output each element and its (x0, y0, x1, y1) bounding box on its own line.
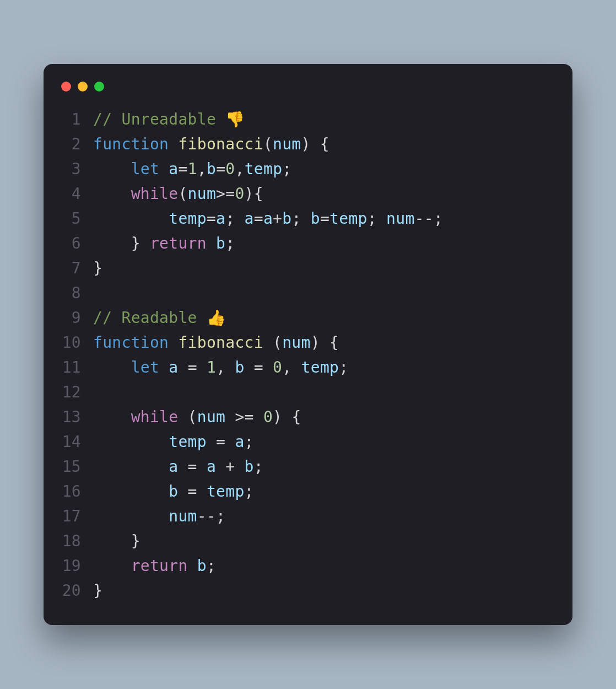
code-line: 16 b = temp; (61, 479, 555, 504)
code-token: = (178, 358, 206, 376)
maximize-icon[interactable] (94, 82, 104, 91)
code-token: num (386, 209, 414, 228)
code-token: ; (245, 433, 254, 451)
code-token: ( (178, 185, 187, 203)
code-token: 1 (188, 160, 197, 178)
code-line: 12 (61, 380, 555, 405)
code-token: fibonacci (178, 333, 263, 352)
line-content: function fibonacci(num) { (93, 132, 555, 157)
code-token: = (178, 482, 206, 500)
line-number: 7 (61, 256, 93, 281)
code-token: = (207, 433, 235, 451)
code-token (93, 507, 169, 525)
code-token: a (169, 457, 178, 476)
code-token: a (245, 209, 254, 228)
line-number: 17 (61, 504, 93, 529)
code-line: 11 let a = 1, b = 0, temp; (61, 355, 555, 380)
line-content: function fibonacci (num) { (93, 330, 555, 355)
code-token: temp (245, 160, 283, 178)
code-token (169, 135, 178, 153)
code-token: , (216, 358, 235, 376)
line-content: while (num >= 0) { (93, 405, 555, 429)
code-token (93, 408, 131, 426)
code-token: a (169, 358, 178, 376)
line-number: 3 (61, 157, 93, 181)
code-line: 6 } return b; (61, 231, 555, 256)
code-token: fibonacci (178, 135, 263, 153)
line-number: 16 (61, 479, 93, 504)
code-token: num (273, 135, 301, 153)
code-line: 9// Readable 👍 (61, 305, 555, 330)
code-token: b (245, 457, 254, 476)
code-token (188, 557, 197, 575)
code-token: = (178, 457, 206, 476)
code-token: a (235, 433, 244, 451)
code-line: 8 (61, 281, 555, 305)
code-token: --; (197, 507, 225, 525)
code-token: ; (339, 358, 348, 376)
code-token: } (93, 234, 150, 252)
line-content: } return b; (93, 231, 555, 256)
line-number: 11 (61, 355, 93, 380)
code-line: 19 return b; (61, 553, 555, 578)
code-token: } (93, 582, 102, 600)
code-token: num (197, 408, 225, 426)
code-token: temp (169, 433, 207, 451)
code-line: 14 temp = a; (61, 429, 555, 454)
close-icon[interactable] (61, 82, 71, 91)
code-token: while (131, 408, 179, 426)
code-token (93, 482, 169, 500)
code-token: ) { (273, 408, 301, 426)
code-token: + (273, 209, 282, 228)
line-content: temp = a; (93, 429, 555, 454)
code-token: return (131, 557, 188, 575)
line-content: temp=a; a=a+b; b=temp; num--; (93, 206, 555, 231)
line-content: // Unreadable 👎 (93, 107, 555, 132)
minimize-icon[interactable] (78, 82, 88, 91)
code-token (159, 160, 169, 178)
code-editor[interactable]: 1// Unreadable 👎2function fibonacci(num)… (61, 107, 555, 603)
code-token: --; (415, 209, 443, 228)
code-line: 7} (61, 256, 555, 281)
code-token (93, 358, 131, 376)
code-token: ) { (301, 135, 329, 153)
code-line: 3 let a=1,b=0,temp; (61, 157, 555, 181)
line-number: 12 (61, 380, 93, 405)
code-token: + (216, 457, 244, 476)
code-token: = (216, 160, 225, 178)
code-token: ) { (311, 333, 339, 352)
code-token: // Unreadable 👎 (93, 110, 245, 128)
line-content: b = temp; (93, 479, 555, 504)
code-token: ; (254, 457, 263, 476)
code-line: 1// Unreadable 👎 (61, 107, 555, 132)
line-number: 9 (61, 305, 93, 330)
code-token: 1 (207, 358, 216, 376)
code-token: ; (225, 209, 244, 228)
code-token: = (245, 358, 273, 376)
code-token: let (131, 160, 159, 178)
code-token (93, 457, 169, 476)
code-token: ; (282, 160, 291, 178)
code-token: temp (169, 209, 207, 228)
code-token: ; (225, 234, 235, 252)
line-number: 2 (61, 132, 93, 157)
code-line: 18 } (61, 529, 555, 553)
code-token: num (188, 185, 216, 203)
code-token: b (216, 234, 225, 252)
line-content: } (93, 256, 555, 281)
code-token: a (169, 160, 178, 178)
code-token: 0 (235, 185, 244, 203)
code-token: ; (291, 209, 310, 228)
code-token: num (169, 507, 197, 525)
line-content: a = a + b; (93, 454, 555, 479)
line-number: 8 (61, 281, 93, 305)
code-token: = (254, 209, 263, 228)
code-token: = (207, 209, 216, 228)
code-token: b (311, 209, 320, 228)
code-token (159, 358, 169, 376)
line-content: } (93, 578, 555, 603)
code-token: function (93, 333, 169, 352)
code-token: } (93, 532, 141, 550)
code-token: b (282, 209, 291, 228)
code-token (93, 185, 131, 203)
